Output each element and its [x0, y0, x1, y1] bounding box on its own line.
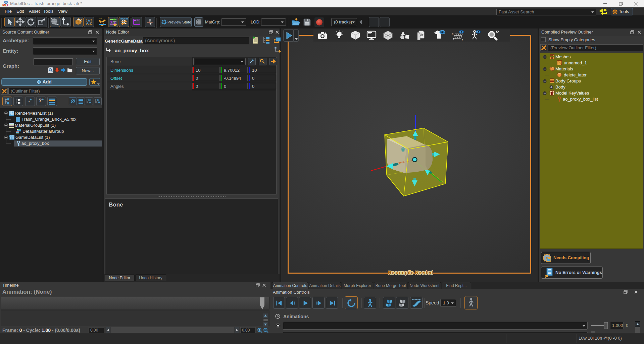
svg-text:y: y [462, 38, 463, 41]
svg-text:x: x [452, 32, 453, 35]
svg-text:z: z [453, 37, 454, 40]
svg-text:MD: MD [2, 3, 8, 7]
